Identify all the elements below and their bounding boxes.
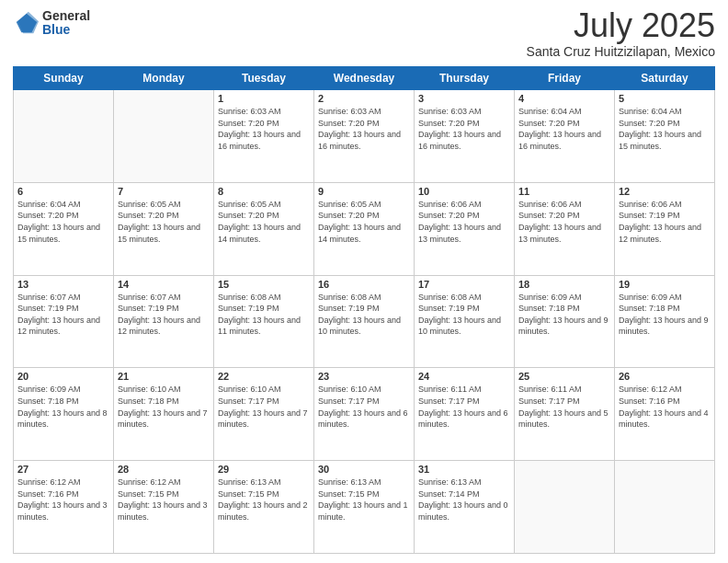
day-info: Sunrise: 6:12 AM Sunset: 7:15 PM Dayligh…	[118, 477, 210, 523]
cell-w3d2: 22Sunrise: 6:10 AM Sunset: 7:17 PM Dayli…	[214, 368, 314, 461]
day-number: 30	[318, 464, 410, 475]
cell-w0d0	[14, 90, 114, 183]
cell-w1d2: 8Sunrise: 6:05 AM Sunset: 7:20 PM Daylig…	[214, 182, 314, 275]
day-number: 27	[17, 464, 109, 475]
day-info: Sunrise: 6:06 AM Sunset: 7:19 PM Dayligh…	[619, 199, 711, 245]
calendar-body: 1Sunrise: 6:03 AM Sunset: 7:20 PM Daylig…	[14, 90, 715, 554]
day-number: 8	[218, 186, 310, 197]
week-row-2: 13Sunrise: 6:07 AM Sunset: 7:19 PM Dayli…	[14, 275, 715, 368]
col-sunday: Sunday	[14, 67, 114, 90]
cell-w1d0: 6Sunrise: 6:04 AM Sunset: 7:20 PM Daylig…	[14, 182, 114, 275]
day-info: Sunrise: 6:06 AM Sunset: 7:20 PM Dayligh…	[418, 199, 510, 245]
day-info: Sunrise: 6:13 AM Sunset: 7:15 PM Dayligh…	[318, 477, 410, 523]
month-title: July 2025	[527, 9, 715, 42]
day-info: Sunrise: 6:09 AM Sunset: 7:18 PM Dayligh…	[17, 384, 109, 430]
cell-w0d5: 4Sunrise: 6:04 AM Sunset: 7:20 PM Daylig…	[515, 90, 615, 183]
day-number: 22	[218, 371, 310, 382]
day-info: Sunrise: 6:08 AM Sunset: 7:19 PM Dayligh…	[218, 292, 310, 338]
cell-w2d1: 14Sunrise: 6:07 AM Sunset: 7:19 PM Dayli…	[114, 275, 214, 368]
day-info: Sunrise: 6:04 AM Sunset: 7:20 PM Dayligh…	[17, 199, 109, 245]
col-wednesday: Wednesday	[314, 67, 415, 90]
cell-w1d1: 7Sunrise: 6:05 AM Sunset: 7:20 PM Daylig…	[114, 182, 214, 275]
day-info: Sunrise: 6:09 AM Sunset: 7:18 PM Dayligh…	[518, 292, 610, 338]
weekday-row: Sunday Monday Tuesday Wednesday Thursday…	[14, 67, 715, 90]
col-thursday: Thursday	[415, 67, 515, 90]
title-section: July 2025 Santa Cruz Huitzizilapan, Mexi…	[527, 9, 715, 59]
week-row-1: 6Sunrise: 6:04 AM Sunset: 7:20 PM Daylig…	[14, 182, 715, 275]
cell-w1d3: 9Sunrise: 6:05 AM Sunset: 7:20 PM Daylig…	[314, 182, 415, 275]
day-info: Sunrise: 6:04 AM Sunset: 7:20 PM Dayligh…	[619, 106, 711, 152]
day-number: 7	[118, 186, 210, 197]
week-row-3: 20Sunrise: 6:09 AM Sunset: 7:18 PM Dayli…	[14, 368, 715, 461]
cell-w2d3: 16Sunrise: 6:08 AM Sunset: 7:19 PM Dayli…	[314, 275, 415, 368]
col-saturday: Saturday	[615, 67, 715, 90]
day-info: Sunrise: 6:11 AM Sunset: 7:17 PM Dayligh…	[518, 384, 610, 430]
day-info: Sunrise: 6:06 AM Sunset: 7:20 PM Dayligh…	[518, 199, 610, 245]
day-number: 4	[518, 93, 610, 104]
day-number: 31	[418, 464, 510, 475]
day-number: 18	[518, 279, 610, 290]
day-info: Sunrise: 6:10 AM Sunset: 7:17 PM Dayligh…	[318, 384, 410, 430]
day-info: Sunrise: 6:10 AM Sunset: 7:17 PM Dayligh…	[218, 384, 310, 430]
day-number: 26	[619, 371, 711, 382]
day-info: Sunrise: 6:13 AM Sunset: 7:15 PM Dayligh…	[218, 477, 310, 523]
cell-w4d2: 29Sunrise: 6:13 AM Sunset: 7:15 PM Dayli…	[214, 461, 314, 554]
cell-w3d0: 20Sunrise: 6:09 AM Sunset: 7:18 PM Dayli…	[14, 368, 114, 461]
logo-general-text: General	[42, 9, 90, 23]
day-number: 14	[118, 279, 210, 290]
cell-w3d5: 25Sunrise: 6:11 AM Sunset: 7:17 PM Dayli…	[515, 368, 615, 461]
col-monday: Monday	[114, 67, 214, 90]
cell-w1d6: 12Sunrise: 6:06 AM Sunset: 7:19 PM Dayli…	[615, 182, 715, 275]
day-number: 17	[418, 279, 510, 290]
day-info: Sunrise: 6:13 AM Sunset: 7:14 PM Dayligh…	[418, 477, 510, 523]
logo-icon	[13, 10, 39, 36]
cell-w2d4: 17Sunrise: 6:08 AM Sunset: 7:19 PM Dayli…	[415, 275, 515, 368]
cell-w4d1: 28Sunrise: 6:12 AM Sunset: 7:15 PM Dayli…	[114, 461, 214, 554]
cell-w3d6: 26Sunrise: 6:12 AM Sunset: 7:16 PM Dayli…	[615, 368, 715, 461]
day-number: 2	[318, 93, 410, 104]
day-number: 3	[418, 93, 510, 104]
cell-w0d2: 1Sunrise: 6:03 AM Sunset: 7:20 PM Daylig…	[214, 90, 314, 183]
day-info: Sunrise: 6:07 AM Sunset: 7:19 PM Dayligh…	[17, 292, 109, 338]
day-number: 1	[218, 93, 310, 104]
cell-w4d0: 27Sunrise: 6:12 AM Sunset: 7:16 PM Dayli…	[14, 461, 114, 554]
week-row-0: 1Sunrise: 6:03 AM Sunset: 7:20 PM Daylig…	[14, 90, 715, 183]
day-number: 19	[619, 279, 711, 290]
day-info: Sunrise: 6:03 AM Sunset: 7:20 PM Dayligh…	[318, 106, 410, 152]
day-number: 10	[418, 186, 510, 197]
day-number: 25	[518, 371, 610, 382]
logo-blue-text: Blue	[42, 23, 90, 37]
logo-text: General Blue	[42, 9, 90, 38]
day-info: Sunrise: 6:11 AM Sunset: 7:17 PM Dayligh…	[418, 384, 510, 430]
cell-w4d4: 31Sunrise: 6:13 AM Sunset: 7:14 PM Dayli…	[415, 461, 515, 554]
cell-w1d5: 11Sunrise: 6:06 AM Sunset: 7:20 PM Dayli…	[515, 182, 615, 275]
header: General Blue July 2025 Santa Cruz Huitzi…	[13, 9, 715, 59]
cell-w2d5: 18Sunrise: 6:09 AM Sunset: 7:18 PM Dayli…	[515, 275, 615, 368]
day-info: Sunrise: 6:10 AM Sunset: 7:18 PM Dayligh…	[118, 384, 210, 430]
day-number: 13	[17, 279, 109, 290]
day-number: 11	[518, 186, 610, 197]
cell-w1d4: 10Sunrise: 6:06 AM Sunset: 7:20 PM Dayli…	[415, 182, 515, 275]
day-info: Sunrise: 6:12 AM Sunset: 7:16 PM Dayligh…	[17, 477, 109, 523]
day-number: 9	[318, 186, 410, 197]
cell-w2d0: 13Sunrise: 6:07 AM Sunset: 7:19 PM Dayli…	[14, 275, 114, 368]
day-number: 29	[218, 464, 310, 475]
day-info: Sunrise: 6:05 AM Sunset: 7:20 PM Dayligh…	[118, 199, 210, 245]
cell-w4d3: 30Sunrise: 6:13 AM Sunset: 7:15 PM Dayli…	[314, 461, 415, 554]
day-info: Sunrise: 6:04 AM Sunset: 7:20 PM Dayligh…	[518, 106, 610, 152]
day-info: Sunrise: 6:08 AM Sunset: 7:19 PM Dayligh…	[318, 292, 410, 338]
day-info: Sunrise: 6:05 AM Sunset: 7:20 PM Dayligh…	[318, 199, 410, 245]
day-number: 6	[17, 186, 109, 197]
logo: General Blue	[13, 9, 90, 38]
day-number: 20	[17, 371, 109, 382]
day-info: Sunrise: 6:08 AM Sunset: 7:19 PM Dayligh…	[418, 292, 510, 338]
cell-w3d1: 21Sunrise: 6:10 AM Sunset: 7:18 PM Dayli…	[114, 368, 214, 461]
cell-w3d3: 23Sunrise: 6:10 AM Sunset: 7:17 PM Dayli…	[314, 368, 415, 461]
day-number: 21	[118, 371, 210, 382]
day-number: 23	[318, 371, 410, 382]
location-title: Santa Cruz Huitzizilapan, Mexico	[527, 44, 715, 59]
cell-w0d6: 5Sunrise: 6:04 AM Sunset: 7:20 PM Daylig…	[615, 90, 715, 183]
day-number: 5	[619, 93, 711, 104]
calendar-table: Sunday Monday Tuesday Wednesday Thursday…	[13, 66, 715, 554]
day-info: Sunrise: 6:03 AM Sunset: 7:20 PM Dayligh…	[218, 106, 310, 152]
